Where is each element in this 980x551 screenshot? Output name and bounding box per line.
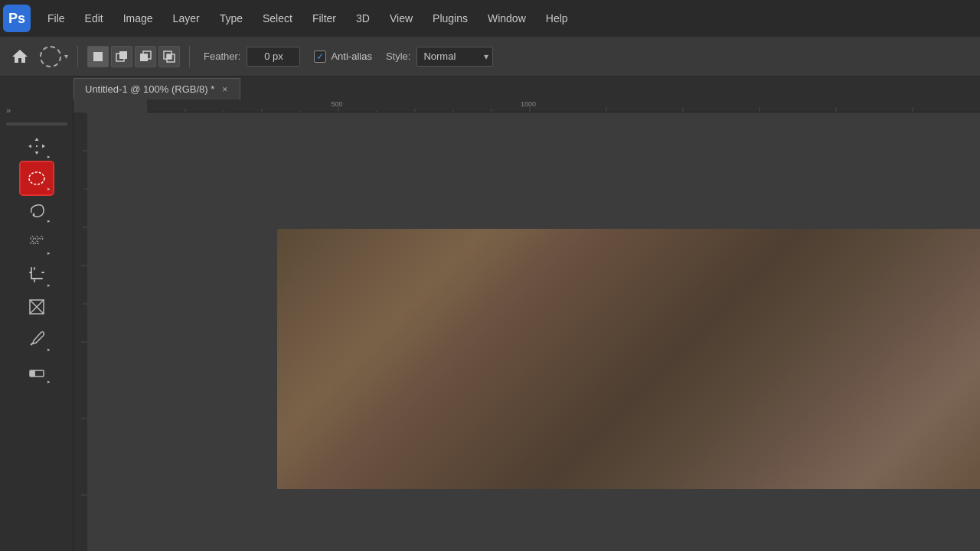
svg-point-13 bbox=[31, 241, 34, 244]
sub-arrow: ▸ bbox=[47, 250, 51, 256]
ellipse-marquee-icon bbox=[40, 46, 61, 67]
options-bar: ▾ Fea bbox=[0, 37, 980, 77]
tool-lasso[interactable]: ▸ bbox=[21, 194, 53, 227]
add-selection-icon bbox=[116, 51, 128, 63]
ruler-v-ticks bbox=[74, 112, 87, 551]
sub-arrow: ▸ bbox=[47, 347, 51, 353]
menu-layer[interactable]: Layer bbox=[164, 8, 209, 29]
menu-help[interactable]: Help bbox=[537, 8, 577, 29]
style-label: Style: bbox=[386, 51, 411, 62]
intersect-selection-icon bbox=[163, 51, 175, 63]
svg-rect-21 bbox=[147, 99, 980, 112]
svg-rect-3 bbox=[140, 54, 148, 61]
svg-point-9 bbox=[32, 214, 34, 217]
svg-text:500: 500 bbox=[331, 100, 342, 108]
svg-line-18 bbox=[31, 343, 33, 345]
move-icon bbox=[27, 136, 47, 156]
feather-input[interactable] bbox=[247, 47, 300, 67]
polygonal-lasso-icon bbox=[27, 233, 47, 253]
home-icon bbox=[11, 47, 29, 66]
subtract-selection-icon bbox=[139, 51, 152, 63]
tool-magic-lasso[interactable]: ▸ bbox=[21, 227, 53, 259]
tool-ellipse-marquee[interactable]: ▸ bbox=[21, 162, 53, 194]
eraser-icon bbox=[27, 361, 47, 381]
svg-rect-0 bbox=[93, 52, 103, 61]
tool-move[interactable]: ▸ bbox=[21, 130, 53, 162]
menu-file[interactable]: File bbox=[38, 8, 74, 29]
eyedropper-icon bbox=[27, 329, 47, 349]
home-button[interactable] bbox=[6, 43, 34, 70]
svg-point-14 bbox=[35, 241, 38, 244]
tool-crop[interactable]: ▸ bbox=[21, 259, 53, 291]
menu-filter[interactable]: Filter bbox=[303, 8, 345, 29]
tool-eyedropper[interactable]: ▸ bbox=[21, 323, 53, 355]
svg-point-10 bbox=[31, 236, 34, 240]
menu-edit[interactable]: Edit bbox=[76, 8, 113, 29]
ruler-vertical bbox=[74, 112, 87, 551]
menu-3d[interactable]: 3D bbox=[347, 8, 379, 29]
svg-point-11 bbox=[35, 236, 38, 240]
divider-2 bbox=[189, 46, 190, 67]
svg-rect-41 bbox=[74, 112, 87, 551]
tool-dropdown-arrow[interactable]: ▾ bbox=[64, 52, 68, 60]
expand-arrows: » bbox=[6, 106, 11, 115]
ellipse-marquee-tool-icon bbox=[27, 168, 47, 188]
subtract-selection-btn[interactable] bbox=[135, 46, 156, 67]
ruler-horizontal: 500 1000 bbox=[147, 99, 980, 112]
content-area: 500 1000 bbox=[74, 99, 980, 551]
feather-label: Feather: bbox=[204, 51, 240, 62]
tools-spacer-top bbox=[6, 122, 67, 126]
ruler-h-ticks: 500 1000 bbox=[147, 99, 980, 112]
lasso-icon bbox=[27, 201, 47, 220]
sub-arrow: ▸ bbox=[47, 379, 51, 385]
svg-rect-7 bbox=[167, 54, 172, 59]
antialias-checkbox[interactable]: ✓ bbox=[314, 51, 326, 63]
antialias-label: Anti-alias bbox=[331, 51, 371, 62]
tab-title: Untitled-1 @ 100% (RGB/8) * bbox=[85, 83, 214, 95]
selection-mode-buttons bbox=[87, 46, 180, 67]
sub-arrow: ▸ bbox=[47, 154, 51, 160]
sidebar-expand[interactable]: » bbox=[0, 103, 73, 118]
tool-selector[interactable]: ▾ bbox=[40, 46, 68, 67]
menu-select[interactable]: Select bbox=[253, 8, 302, 29]
svg-rect-2 bbox=[119, 51, 127, 59]
canvas-row bbox=[74, 112, 980, 551]
sub-arrow: ▸ bbox=[47, 282, 51, 289]
tab-close-btn[interactable]: × bbox=[220, 84, 229, 95]
new-selection-icon bbox=[92, 51, 104, 63]
style-select[interactable]: Normal Fixed Ratio Fixed Size bbox=[416, 47, 493, 67]
new-selection-btn[interactable] bbox=[87, 46, 109, 67]
tab-bar: Untitled-1 @ 100% (RGB/8) * × bbox=[0, 77, 980, 99]
sub-arrow: ▸ bbox=[47, 186, 51, 192]
canvas-area[interactable] bbox=[87, 112, 980, 551]
tool-frame[interactable] bbox=[21, 291, 53, 323]
style-select-wrap: Normal Fixed Ratio Fixed Size bbox=[416, 47, 493, 67]
svg-rect-20 bbox=[30, 370, 35, 377]
document-canvas bbox=[277, 229, 980, 489]
sidebar: » ▸ ▸ bbox=[0, 99, 74, 551]
menu-type[interactable]: Type bbox=[211, 8, 252, 29]
svg-point-12 bbox=[40, 236, 43, 240]
tool-eraser[interactable]: ▸ bbox=[21, 355, 53, 387]
frame-icon bbox=[27, 297, 47, 317]
menu-window[interactable]: Window bbox=[479, 8, 535, 29]
intersect-selection-btn[interactable] bbox=[158, 46, 180, 67]
menu-plugins[interactable]: Plugins bbox=[423, 8, 477, 29]
svg-text:1000: 1000 bbox=[521, 100, 536, 108]
menu-view[interactable]: View bbox=[381, 8, 422, 29]
menu-image[interactable]: Image bbox=[114, 8, 162, 29]
main-area: » ▸ ▸ bbox=[0, 99, 980, 551]
add-selection-btn[interactable] bbox=[111, 46, 132, 67]
sub-arrow: ▸ bbox=[47, 218, 51, 224]
antialias-area: ✓ Anti-alias bbox=[314, 51, 371, 63]
document-tab[interactable]: Untitled-1 @ 100% (RGB/8) * × bbox=[74, 78, 240, 99]
crop-icon bbox=[27, 265, 47, 285]
ps-logo: Ps bbox=[3, 5, 31, 32]
menu-bar: Ps File Edit Image Layer Type Select Fil… bbox=[0, 0, 980, 37]
svg-point-8 bbox=[29, 172, 44, 184]
divider-1 bbox=[77, 46, 78, 67]
